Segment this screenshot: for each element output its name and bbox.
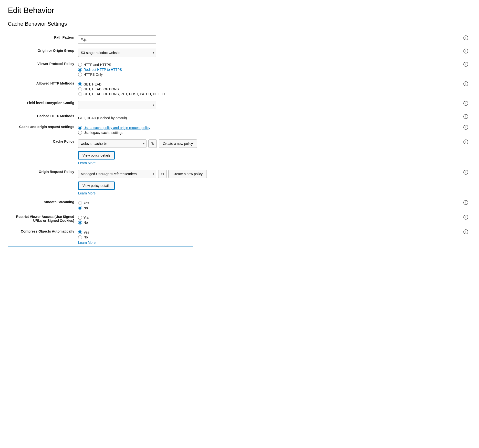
cached-methods-label: Cached HTTP Methods <box>8 112 76 122</box>
cache-policy-row: Cache Policy website-cache-br ↻ Create a… <box>8 137 471 167</box>
allowed-methods-radio-3[interactable] <box>78 92 82 96</box>
field-encryption-row: Field-level Encryption Config i <box>8 98 471 112</box>
restrict-viewer-info-cell: i <box>461 212 471 227</box>
origin-group-info-cell: i <box>461 46 471 59</box>
origin-request-policy-row: Origin Request Policy Managed-UserAgentR… <box>8 167 471 198</box>
path-pattern-row: Path Pattern i <box>8 33 471 46</box>
smooth-streaming-radio-no-label: No <box>83 206 88 210</box>
allowed-methods-radio-2-label: GET, HEAD, OPTIONS <box>83 87 119 91</box>
allowed-methods-info-icon: i <box>463 81 468 86</box>
path-pattern-input[interactable] <box>78 35 156 44</box>
field-encryption-control <box>76 98 461 112</box>
smooth-streaming-option-yes: Yes <box>78 201 459 205</box>
viewer-protocol-radio-3[interactable] <box>78 73 82 76</box>
allowed-methods-row: Allowed HTTP Methods GET, HEAD GET, HEAD… <box>8 79 471 98</box>
origin-request-policy-control: Managed-UserAgentRefererHeaders ↻ Create… <box>76 167 461 198</box>
origin-group-label: Origin or Origin Group <box>8 46 76 59</box>
restrict-viewer-row: Restrict Viewer Access (Use Signed URLs … <box>8 212 471 227</box>
cache-policy-select-row: website-cache-br ↻ Create a new policy <box>78 139 459 148</box>
compress-objects-info-cell: i <box>461 227 471 247</box>
cache-origin-settings-info-icon: i <box>463 125 468 130</box>
path-pattern-control <box>76 33 461 46</box>
viewer-protocol-radio-1-label: HTTP and HTTPS <box>83 63 111 67</box>
origin-request-policy-sub-controls: View policy details Learn More <box>78 180 459 195</box>
origin-group-select-wrapper: S3-stage-halodoc-website <box>78 49 156 57</box>
field-encryption-label: Field-level Encryption Config <box>8 98 76 112</box>
viewer-protocol-radio-2[interactable] <box>78 68 82 72</box>
viewer-protocol-info-icon: i <box>463 62 468 67</box>
restrict-viewer-info-icon: i <box>463 215 468 220</box>
smooth-streaming-radio-no[interactable] <box>78 206 82 210</box>
smooth-streaming-radio-yes[interactable] <box>78 201 82 205</box>
cache-policy-create-button[interactable]: Create a new policy <box>159 139 197 148</box>
origin-group-row: Origin or Origin Group S3-stage-halodoc-… <box>8 46 471 59</box>
allowed-methods-radio-1-label: GET, HEAD <box>83 82 102 86</box>
origin-request-policy-view-button[interactable]: View policy details <box>78 181 115 190</box>
origin-group-select[interactable]: S3-stage-halodoc-website <box>78 49 156 57</box>
cache-policy-control: website-cache-br ↻ Create a new policy V… <box>76 137 461 167</box>
compress-objects-radio-no[interactable] <box>78 235 82 239</box>
origin-request-policy-select-row: Managed-UserAgentRefererHeaders ↻ Create… <box>78 170 459 178</box>
smooth-streaming-info-cell: i <box>461 198 471 212</box>
cache-origin-radio-2-label: Use legacy cache settings <box>83 131 123 135</box>
cache-origin-option-2: Use legacy cache settings <box>78 131 459 135</box>
origin-request-policy-learn-more-link[interactable]: Learn More <box>78 191 459 195</box>
path-pattern-info-cell: i <box>461 33 471 46</box>
smooth-streaming-control: Yes No <box>76 198 461 212</box>
compress-objects-learn-more-link[interactable]: Learn More <box>78 241 459 245</box>
cached-methods-value: GET, HEAD (Cached by default) <box>78 114 459 120</box>
cached-methods-info-cell: i <box>461 112 471 122</box>
field-encryption-select-wrapper <box>78 101 156 109</box>
compress-objects-option-yes: Yes <box>78 230 459 234</box>
field-encryption-info-cell: i <box>461 98 471 112</box>
path-pattern-info-icon: i <box>463 35 468 40</box>
restrict-viewer-control: Yes No <box>76 212 461 227</box>
origin-request-policy-select[interactable]: Managed-UserAgentRefererHeaders <box>78 170 156 178</box>
viewer-protocol-row: Viewer Protocol Policy HTTP and HTTPS Re… <box>8 59 471 79</box>
cache-origin-settings-control: Use a cache policy and origin request po… <box>76 122 461 137</box>
allowed-methods-radio-2[interactable] <box>78 87 82 91</box>
viewer-protocol-option-1: HTTP and HTTPS <box>78 63 459 67</box>
cache-origin-radio-1-label: Use a cache policy and origin request po… <box>83 126 150 130</box>
compress-objects-radio-yes-label: Yes <box>83 230 89 234</box>
allowed-methods-radio-1[interactable] <box>78 82 82 86</box>
page-title: Edit Behavior <box>8 6 471 15</box>
field-encryption-select[interactable] <box>78 101 156 109</box>
viewer-protocol-info-cell: i <box>461 59 471 79</box>
origin-request-policy-info-cell: i <box>461 167 471 198</box>
cache-policy-refresh-button[interactable]: ↻ <box>148 139 157 148</box>
origin-request-policy-select-wrapper: Managed-UserAgentRefererHeaders <box>78 170 156 178</box>
compress-objects-option-no: No <box>78 235 459 239</box>
compress-objects-control: Yes No Learn More <box>76 227 461 247</box>
viewer-protocol-radio-2-label: Redirect HTTP to HTTPS <box>83 68 122 72</box>
cache-origin-settings-label: Cache and origin request settings <box>8 122 76 137</box>
cache-origin-radio-2[interactable] <box>78 131 82 135</box>
compress-objects-label: Compress Objects Automatically <box>8 227 76 247</box>
cached-methods-info-icon: i <box>463 114 468 119</box>
allowed-methods-option-3: GET, HEAD, OPTIONS, PUT, POST, PATCH, DE… <box>78 92 459 96</box>
cache-policy-select-wrapper: website-cache-br <box>78 139 146 148</box>
smooth-streaming-radio-yes-label: Yes <box>83 201 89 205</box>
origin-group-control: S3-stage-halodoc-website <box>76 46 461 59</box>
cache-origin-settings-row: Cache and origin request settings Use a … <box>8 122 471 137</box>
restrict-viewer-radio-group: Yes No <box>78 215 459 224</box>
restrict-viewer-radio-yes[interactable] <box>78 216 82 220</box>
cache-policy-view-button[interactable]: View policy details <box>78 151 115 160</box>
viewer-protocol-radio-1[interactable] <box>78 63 82 67</box>
origin-request-policy-create-button[interactable]: Create a new policy <box>168 170 207 178</box>
restrict-viewer-radio-no[interactable] <box>78 221 82 224</box>
cache-policy-learn-more-link[interactable]: Learn More <box>78 161 459 165</box>
allowed-methods-info-cell: i <box>461 79 471 98</box>
allowed-methods-option-2: GET, HEAD, OPTIONS <box>78 87 459 91</box>
viewer-protocol-label: Viewer Protocol Policy <box>8 59 76 79</box>
allowed-methods-label: Allowed HTTP Methods <box>8 79 76 98</box>
smooth-streaming-info-icon: i <box>463 200 468 205</box>
cache-policy-select[interactable]: website-cache-br <box>78 139 146 148</box>
cache-policy-info-icon: i <box>463 139 468 144</box>
compress-objects-info-icon: i <box>463 229 468 234</box>
smooth-streaming-label: Smooth Streaming <box>8 198 76 212</box>
smooth-streaming-row: Smooth Streaming Yes No i <box>8 198 471 212</box>
cache-origin-radio-1[interactable] <box>78 126 82 130</box>
origin-request-policy-refresh-button[interactable]: ↻ <box>158 170 167 178</box>
compress-objects-radio-yes[interactable] <box>78 230 82 234</box>
